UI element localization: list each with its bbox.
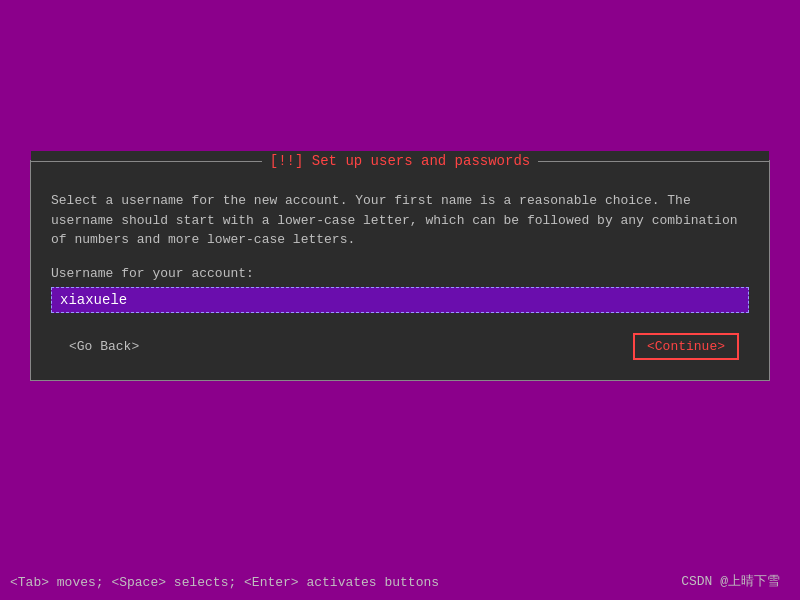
- dialog-box: [!!] Set up users and passwords Select a…: [30, 160, 770, 381]
- username-input-container[interactable]: [51, 287, 749, 313]
- title-line-left: [31, 161, 262, 162]
- dialog-title: [!!] Set up users and passwords: [270, 153, 530, 169]
- description-text: Select a username for the new account. Y…: [51, 191, 749, 250]
- watermark: CSDN @上晴下雪: [681, 572, 780, 590]
- title-line-right: [538, 161, 769, 162]
- username-label: Username for your account:: [51, 266, 749, 281]
- buttons-row: <Go Back> <Continue>: [51, 333, 749, 360]
- continue-button[interactable]: <Continue>: [633, 333, 739, 360]
- username-input[interactable]: [60, 292, 740, 308]
- dialog-content: Select a username for the new account. Y…: [31, 181, 769, 380]
- status-bar: <Tab> moves; <Space> selects; <Enter> ac…: [10, 575, 439, 590]
- dialog-title-bar: [!!] Set up users and passwords: [31, 151, 769, 171]
- go-back-button[interactable]: <Go Back>: [61, 335, 147, 358]
- main-container: [!!] Set up users and passwords Select a…: [0, 0, 800, 600]
